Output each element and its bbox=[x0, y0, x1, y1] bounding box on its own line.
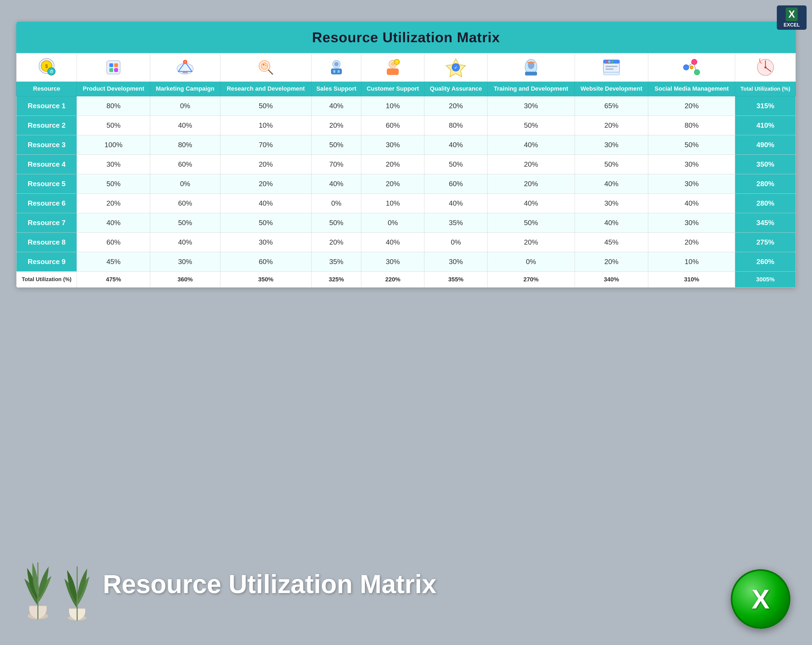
data-cell: 30% bbox=[648, 174, 735, 194]
svg-point-41 bbox=[611, 61, 614, 63]
col-total-label: Total Utilization (%) bbox=[735, 82, 796, 96]
totals-label: Total Utilization (%) bbox=[17, 271, 77, 287]
data-cell: 10% bbox=[220, 116, 311, 135]
total-cell: 350% bbox=[735, 154, 796, 174]
data-cell: 40% bbox=[311, 96, 361, 116]
totals-value-cell: 220% bbox=[361, 271, 424, 287]
sales-icon-cell bbox=[311, 53, 361, 82]
col-product-label: Product Development bbox=[77, 82, 150, 96]
svg-text:⏱: ⏱ bbox=[50, 70, 53, 74]
col-resource-label: Resource bbox=[17, 82, 77, 96]
data-cell: 60% bbox=[150, 154, 220, 174]
totals-row: Total Utilization (%)475%360%350%325%220… bbox=[17, 271, 796, 287]
bottom-title-container: Resource Utilization Matrix bbox=[103, 569, 791, 599]
data-cell: 50% bbox=[220, 96, 311, 116]
data-cell: 20% bbox=[487, 154, 575, 174]
resource-name-cell: Resource 9 bbox=[17, 252, 77, 271]
training-icon bbox=[520, 56, 542, 78]
data-cell: 20% bbox=[361, 154, 424, 174]
data-cell: 30% bbox=[575, 194, 648, 213]
plant-1-svg bbox=[21, 546, 54, 622]
data-cell: 30% bbox=[150, 252, 220, 271]
resource-name-cell: Resource 3 bbox=[17, 135, 77, 154]
data-cell: 30% bbox=[361, 135, 424, 154]
data-cell: 0% bbox=[424, 232, 487, 252]
data-cell: 0% bbox=[150, 96, 220, 116]
data-cell: 70% bbox=[311, 154, 361, 174]
resource-name-cell: Resource 7 bbox=[17, 213, 77, 232]
totals-value-cell: 355% bbox=[424, 271, 487, 287]
icon-row: $ ⏱ bbox=[17, 53, 796, 82]
data-cell: 20% bbox=[487, 174, 575, 194]
table-row: Resource 860%40%30%20%40%0%20%45%20%275% bbox=[17, 232, 796, 252]
data-cell: 0% bbox=[311, 194, 361, 213]
data-cell: 0% bbox=[150, 174, 220, 194]
excel-circle-logo: X bbox=[731, 569, 791, 629]
svg-rect-14 bbox=[182, 72, 188, 73]
totals-value-cell: 360% bbox=[150, 271, 220, 287]
bottom-title: Resource Utilization Matrix bbox=[103, 570, 436, 598]
website-icon-cell bbox=[575, 53, 648, 82]
svg-text:!: ! bbox=[185, 61, 185, 64]
data-cell: 65% bbox=[575, 96, 648, 116]
data-cell: 50% bbox=[77, 116, 150, 135]
svg-point-47 bbox=[694, 70, 700, 75]
svg-rect-44 bbox=[603, 72, 620, 75]
data-cell: 20% bbox=[311, 116, 361, 135]
data-cell: 40% bbox=[424, 135, 487, 154]
svg-rect-24 bbox=[337, 70, 340, 73]
bottom-section: Resource Utilization Matrix X bbox=[0, 523, 812, 645]
resource-name-cell: Resource 2 bbox=[17, 116, 77, 135]
excel-label: EXCEL bbox=[784, 22, 800, 28]
data-cell: 20% bbox=[648, 96, 735, 116]
data-cell: 20% bbox=[311, 232, 361, 252]
total-cell: 410% bbox=[735, 116, 796, 135]
table-row: Resource 430%60%20%70%20%50%20%50%30%350… bbox=[17, 154, 796, 174]
data-cell: 40% bbox=[575, 174, 648, 194]
svg-rect-36 bbox=[527, 62, 535, 63]
data-cell: 50% bbox=[311, 135, 361, 154]
resource-name-cell: Resource 5 bbox=[17, 174, 77, 194]
data-cell: 40% bbox=[648, 194, 735, 213]
svg-rect-42 bbox=[606, 66, 617, 67]
totals-value-cell: 475% bbox=[77, 271, 150, 287]
data-cell: 80% bbox=[150, 135, 220, 154]
grand-total-cell: 3005% bbox=[735, 271, 796, 287]
title-row: Resource Utilization Matrix bbox=[16, 21, 796, 53]
totals-value-cell: 340% bbox=[575, 271, 648, 287]
col-customer-label: Customer Support bbox=[361, 82, 424, 96]
data-cell: 50% bbox=[487, 213, 575, 232]
plant-2-svg bbox=[62, 552, 92, 622]
table-row: Resource 740%50%50%50%0%35%50%40%30%345% bbox=[17, 213, 796, 232]
svg-rect-23 bbox=[333, 70, 335, 73]
data-cell: 20% bbox=[487, 232, 575, 252]
research-icon bbox=[255, 56, 276, 78]
data-cell: 45% bbox=[77, 252, 150, 271]
data-cell: 50% bbox=[424, 154, 487, 174]
svg-rect-35 bbox=[525, 72, 537, 75]
table-row: Resource 620%60%40%0%10%40%40%30%40%280% bbox=[17, 194, 796, 213]
data-cell: 40% bbox=[424, 194, 487, 213]
website-icon bbox=[601, 56, 622, 78]
data-cell: 40% bbox=[575, 213, 648, 232]
svg-line-17 bbox=[269, 70, 273, 74]
data-cell: 80% bbox=[648, 116, 735, 135]
data-cell: 80% bbox=[424, 116, 487, 135]
data-cell: 20% bbox=[575, 252, 648, 271]
data-cell: 40% bbox=[150, 116, 220, 135]
total-cell: 260% bbox=[735, 252, 796, 271]
col-quality-label: Quality Assurance bbox=[424, 82, 487, 96]
resource-icon: $ ⏱ bbox=[36, 56, 57, 78]
col-research-label: Research and Development bbox=[220, 82, 311, 96]
data-cell: 40% bbox=[487, 194, 575, 213]
col-social-label: Social Media Management bbox=[648, 82, 735, 96]
matrix-table: $ ⏱ bbox=[16, 53, 796, 288]
svg-rect-5 bbox=[107, 61, 120, 74]
data-cell: 60% bbox=[77, 232, 150, 252]
data-cell: 0% bbox=[487, 252, 575, 271]
table-row: Resource 550%0%20%40%20%60%20%40%30%280% bbox=[17, 174, 796, 194]
data-cell: 30% bbox=[361, 252, 424, 271]
social-icon-cell bbox=[648, 53, 735, 82]
svg-rect-22 bbox=[331, 69, 342, 75]
svg-point-39 bbox=[605, 61, 607, 63]
